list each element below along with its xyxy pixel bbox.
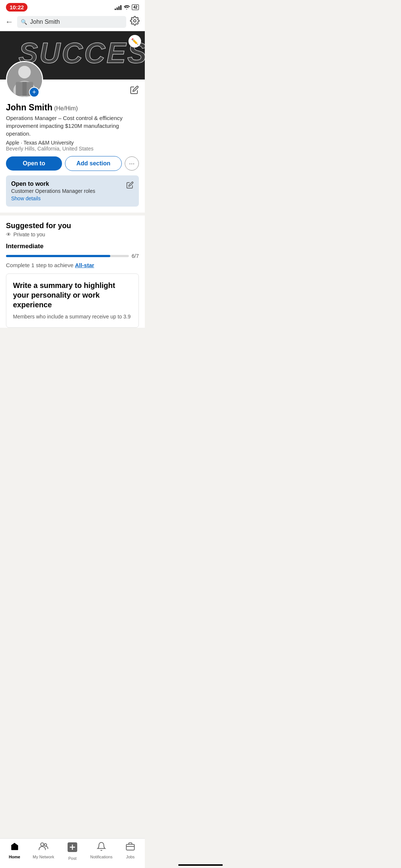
avatar-row: + xyxy=(0,61,145,98)
profile-headline: Operations Manager – Cost control & effi… xyxy=(6,114,139,137)
status-icons: 42 xyxy=(115,4,139,10)
progress-row: 6/7 xyxy=(6,253,139,259)
search-input-wrap[interactable]: 🔍 John Smith xyxy=(17,16,126,28)
summary-card-desc: Members who include a summary receive up… xyxy=(13,313,132,321)
svg-rect-8 xyxy=(22,82,26,96)
profile-name: John Smith xyxy=(6,103,52,112)
summary-card-title: Write a summary to highlight your person… xyxy=(13,281,132,310)
section-divider xyxy=(0,213,145,216)
show-details-link[interactable]: Show details xyxy=(11,195,123,201)
svg-point-0 xyxy=(134,20,136,22)
back-button[interactable]: ← xyxy=(5,17,13,27)
add-section-button[interactable]: Add section xyxy=(65,156,122,171)
otw-title: Open to work xyxy=(11,181,123,187)
progress-bar-fill xyxy=(6,255,110,257)
profile-name-row: John Smith (He/Him) xyxy=(6,103,139,113)
progress-bar-wrap xyxy=(6,255,129,257)
complete-text: Complete 1 step to achieve All-star xyxy=(6,262,139,268)
status-time: 10:22 xyxy=(6,3,27,12)
svg-point-5 xyxy=(18,66,31,78)
pencil-icon: ✏️ xyxy=(131,38,138,45)
progress-count: 6/7 xyxy=(132,253,139,259)
profile-meta: Apple · Texas A&M University Beverly Hil… xyxy=(6,140,139,152)
summary-card: Write a summary to highlight your person… xyxy=(6,273,139,328)
banner-edit-button[interactable]: ✏️ xyxy=(128,35,141,48)
avatar-wrap: + xyxy=(6,61,43,98)
private-text: Private to you xyxy=(13,231,45,237)
profile-strength: Intermediate 6/7 Complete 1 step to achi… xyxy=(6,243,139,268)
eye-icon: 👁 xyxy=(6,231,11,237)
suggested-title: Suggested for you xyxy=(6,221,139,230)
profile-location: Beverly Hills, California, United States xyxy=(6,146,139,152)
open-to-button[interactable]: Open to xyxy=(6,156,62,171)
profile-company: Apple · Texas A&M University xyxy=(6,140,139,146)
profile-section: SUCCESS SUCCESS ✏️ xyxy=(0,31,145,213)
allstar-link[interactable]: All-star xyxy=(75,262,94,268)
strength-label: Intermediate xyxy=(6,243,139,250)
settings-button[interactable] xyxy=(130,16,140,28)
signal-icon xyxy=(115,5,121,10)
profile-edit-button[interactable] xyxy=(130,85,139,97)
action-row: Open to Add section ··· xyxy=(0,152,145,171)
otw-subtitle: Customer Operations Manager roles xyxy=(11,188,123,194)
suggested-section: Suggested for you 👁 Private to you Inter… xyxy=(0,216,145,328)
otw-edit-button[interactable] xyxy=(126,181,134,191)
wifi-icon xyxy=(124,4,130,10)
private-row: 👁 Private to you xyxy=(6,231,139,237)
search-input[interactable]: John Smith xyxy=(30,19,60,25)
profile-pronouns: (He/Him) xyxy=(54,105,78,111)
add-photo-button[interactable]: + xyxy=(29,87,39,97)
open-to-work-card: Open to work Customer Operations Manager… xyxy=(6,175,139,207)
status-bar: 10:22 42 xyxy=(0,0,145,13)
search-bar: ← 🔍 John Smith xyxy=(0,13,145,31)
battery-icon: 42 xyxy=(132,4,139,10)
more-options-button[interactable]: ··· xyxy=(125,156,139,171)
search-icon: 🔍 xyxy=(21,19,27,25)
profile-info: John Smith (He/Him) Operations Manager –… xyxy=(0,98,145,152)
